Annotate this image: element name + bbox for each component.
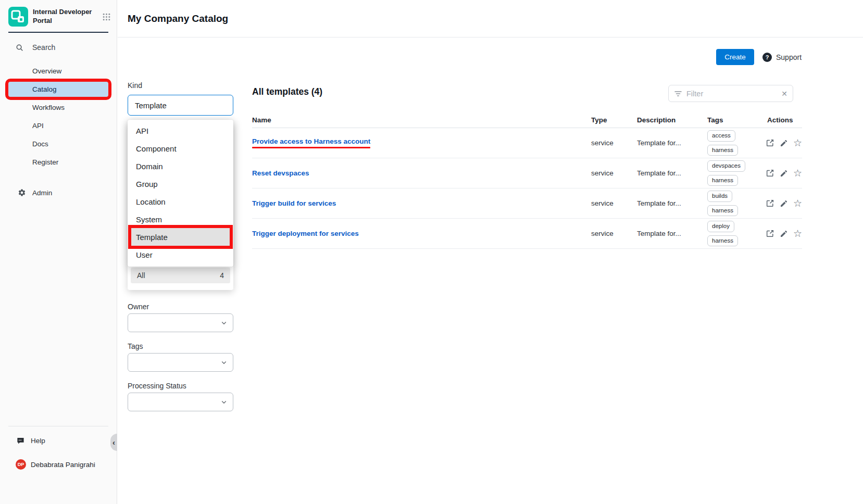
kind-option-component[interactable]: Component [128, 140, 233, 157]
kind-option-template[interactable]: Template [131, 228, 230, 246]
tags-cell: access harness [698, 130, 763, 156]
brand: Internal Developer Portal [0, 0, 117, 32]
tags-cell: deploy harness [698, 221, 763, 246]
open-in-new-icon[interactable] [766, 229, 774, 238]
app-logo-icon [8, 7, 28, 27]
sidebar-item-workflows[interactable]: Workflows [8, 100, 108, 115]
brand-divider [8, 32, 108, 33]
topbar: My Company Catalog [118, 0, 863, 37]
sidebar-item-docs[interactable]: Docs [8, 136, 108, 152]
gear-icon [18, 188, 26, 197]
tag-badge: access [707, 130, 735, 142]
column-header-description: Description [637, 116, 698, 124]
kind-option-domain[interactable]: Domain [128, 157, 233, 175]
open-in-new-icon[interactable] [766, 169, 774, 178]
open-in-new-icon[interactable] [766, 138, 774, 147]
actions-cell: ☆ [763, 229, 802, 238]
sidebar-item-api[interactable]: API [8, 118, 108, 133]
page-title: My Company Catalog [128, 13, 228, 24]
edit-icon[interactable] [780, 199, 788, 208]
close-icon[interactable]: ✕ [781, 90, 787, 97]
search-icon [16, 44, 23, 52]
open-in-new-icon[interactable] [766, 199, 774, 208]
sidebar-item-catalog[interactable]: Catalog [8, 82, 108, 97]
tags-filter-label: Tags [128, 342, 143, 350]
sidebar-item-help[interactable]: Help [0, 433, 117, 449]
tag-badge: harness [707, 235, 738, 247]
count-value: 4 [220, 271, 224, 280]
column-header-actions: Actions [763, 116, 802, 124]
chevron-down-icon [221, 320, 227, 326]
kind-count-all-row[interactable]: All 4 [131, 268, 230, 283]
create-button[interactable]: Create [716, 49, 754, 65]
star-icon[interactable]: ☆ [793, 198, 802, 208]
table-filter: ✕ [668, 85, 793, 102]
star-icon[interactable]: ☆ [793, 229, 802, 238]
chevron-down-icon [221, 399, 227, 405]
kind-select[interactable]: Template [128, 95, 233, 116]
edit-icon[interactable] [780, 169, 788, 178]
table-row: Trigger deployment for services service … [252, 219, 802, 249]
user-name: Debabrata Panigrahi [31, 461, 95, 469]
column-header-type: Type [591, 116, 637, 124]
sidebar-bottom: Help DP Debabrata Panigrahi [0, 426, 117, 504]
kind-dropdown-menu: API Component Domain Group Location Syst… [128, 120, 233, 267]
toolbar: Create ? Support [716, 49, 802, 65]
tag-badge: devspaces [707, 160, 745, 172]
edit-icon[interactable] [780, 230, 788, 238]
tag-badge: deploy [707, 221, 734, 232]
template-link[interactable]: Reset devspaces [252, 169, 309, 177]
filter-input[interactable] [686, 90, 777, 98]
table-row: Provide access to Harness account servic… [252, 128, 802, 158]
chevron-down-icon [221, 359, 227, 366]
tags-cell: builds harness [698, 191, 763, 216]
type-cell: service [591, 199, 637, 207]
star-icon[interactable]: ☆ [793, 168, 802, 178]
tag-badge: harness [707, 145, 738, 156]
user-menu[interactable]: DP Debabrata Panigrahi [0, 457, 117, 472]
sidebar-item-overview[interactable]: Overview [8, 64, 108, 79]
sidebar: Internal Developer Portal Search Overvie… [0, 0, 117, 504]
processing-status-label: Processing Status [128, 382, 186, 390]
description-cell: Template for... [637, 169, 698, 177]
star-icon[interactable]: ☆ [793, 138, 802, 148]
description-cell: Template for... [637, 199, 698, 207]
edit-icon[interactable] [780, 139, 788, 147]
question-icon: ? [762, 53, 772, 62]
processing-status-select[interactable] [128, 393, 233, 411]
count-label: All [137, 271, 145, 280]
sidebar-nav: Overview Catalog Workflows API Docs Regi… [0, 62, 117, 171]
kind-option-system[interactable]: System [128, 210, 233, 228]
admin-label: Admin [32, 189, 52, 197]
support-button[interactable]: ? Support [762, 53, 802, 62]
tag-badge: builds [707, 191, 732, 202]
description-cell: Template for... [637, 139, 698, 147]
apps-grid-icon[interactable] [103, 13, 110, 21]
sidebar-item-admin[interactable]: Admin [0, 185, 117, 200]
kind-option-api[interactable]: API [128, 122, 233, 140]
kind-option-user[interactable]: User [128, 246, 233, 263]
templates-table: Name Type Description Tags Actions Provi… [252, 112, 802, 249]
kind-option-location[interactable]: Location [128, 193, 233, 210]
brand-title: Internal Developer Portal [33, 8, 98, 26]
template-link[interactable]: Trigger build for services [252, 199, 336, 207]
tags-select[interactable] [128, 353, 233, 372]
column-header-tags: Tags [698, 116, 763, 124]
sidebar-item-search[interactable]: Search [0, 39, 117, 56]
column-header-name: Name [252, 116, 591, 124]
description-cell: Template for... [637, 230, 698, 237]
owner-select[interactable] [128, 313, 233, 332]
help-label: Help [31, 437, 45, 445]
divider [8, 426, 108, 426]
type-cell: service [591, 230, 637, 237]
sidebar-collapse-handle[interactable]: ‹ [110, 434, 117, 451]
sidebar-item-register[interactable]: Register [8, 155, 108, 170]
template-link[interactable]: Trigger deployment for services [252, 230, 359, 237]
tag-badge: harness [707, 205, 738, 217]
tags-cell: devspaces harness [698, 160, 763, 186]
avatar: DP [16, 459, 26, 470]
actions-cell: ☆ [763, 138, 802, 148]
kind-option-group[interactable]: Group [128, 175, 233, 193]
support-label: Support [776, 53, 802, 61]
template-link[interactable]: Provide access to Harness account [252, 137, 370, 148]
